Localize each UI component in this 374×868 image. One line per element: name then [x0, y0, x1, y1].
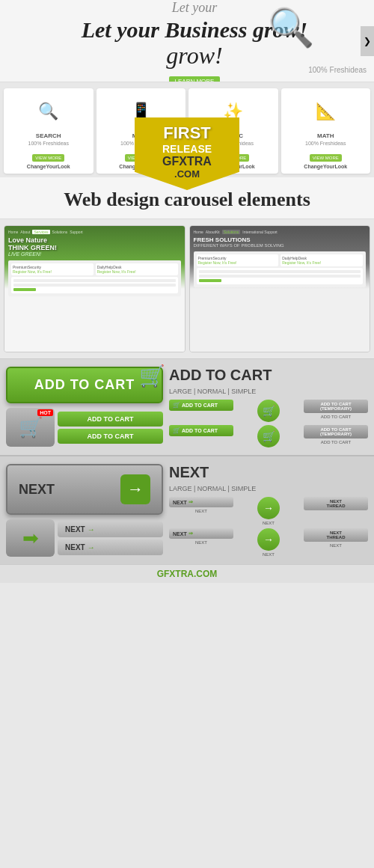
ss-banner-green: Love NatureTHINK GREEN!: [8, 236, 181, 251]
nv-label-4: NEXT: [195, 540, 207, 545]
next-small-button-1[interactable]: NEXT →: [58, 522, 163, 537]
cv-label: ADD TO CART: [321, 415, 351, 419]
add-cart-left: ADD TO CART 🛒 HOT ADD TO CART ADD TO CAR…: [6, 367, 163, 447]
next-thread-button[interactable]: NEXTTHREAD: [304, 497, 368, 510]
ss-col: DailyHelpDeskRegister Now, It's Free!: [96, 263, 178, 275]
card-math: 📐 MATH 100% Freshideas VIEW MORE ChangeY…: [281, 88, 371, 174]
next-variants-grid: NEXT ⇒ NEXT → NEXT NEXTTHREAD NEXT: [169, 497, 368, 557]
cart-variant-3: ADD TO CART(TEMPORARY) ADD TO CART: [304, 400, 368, 422]
cart-variant-btn-1[interactable]: 🛒 ADD TO CART: [169, 400, 233, 411]
next-round-button-2[interactable]: →: [257, 528, 280, 551]
ss-nav-item: Services: [32, 230, 49, 234]
add-to-cart-small-button-2[interactable]: ADD TO CART: [58, 429, 163, 444]
magnify-icon: 🔍: [268, 6, 314, 49]
next-variant-1: NEXT ⇒ NEXT: [169, 497, 233, 525]
ss-nav-item: Solutions: [52, 230, 68, 234]
cart-variant-btn-4[interactable]: 🛒 ADD TO CART: [169, 425, 233, 436]
add-to-cart-label: ADD TO CART: [34, 377, 135, 392]
cart-temp-button[interactable]: ADD TO CART(TEMPORARY): [304, 400, 368, 413]
next-sm-btns: NEXT → NEXT →: [58, 522, 163, 555]
add-to-cart-small-button-1[interactable]: ADD TO CART: [58, 412, 163, 427]
ss-nav-item: Solutions: [222, 230, 241, 234]
main-title: Web design carousel elements: [7, 189, 367, 211]
ss-slogan: LIVE GREEN!: [8, 251, 181, 257]
next-variant-btn-4[interactable]: NEXT ⇒: [169, 528, 233, 539]
cart-variant-5: 🛒: [236, 425, 301, 447]
gfxtra-logo: GFXTRA.COM: [157, 569, 218, 579]
next-size-label: LARGE | NORMAL | SIMPLE: [169, 485, 368, 492]
card-btn[interactable]: VIEW MORE: [32, 154, 64, 162]
next-large-button[interactable]: NEXT →: [6, 464, 163, 515]
ss-form: [11, 277, 178, 293]
cv-label-2: ADD TO CART: [321, 440, 351, 444]
next-variant-6: NEXTTHREAD NEXT: [304, 528, 368, 557]
next-small-button-2[interactable]: NEXT →: [58, 540, 163, 555]
screenshot-green: Home About Services Solutions Support Lo…: [4, 225, 186, 352]
search-icon: 🔍: [7, 93, 91, 130]
next-round-button[interactable]: →: [257, 497, 280, 519]
cart-variants-grid: 🛒 ADD TO CART 🛒 ADD TO CART(TEMPORARY) A…: [169, 400, 368, 447]
ss-col: PremiumSecurityRegister Now, It's Free!: [11, 263, 94, 275]
nv-label-5: NEXT: [263, 552, 275, 557]
ss-col: PremiumSecurityRegister Now, It's Free!: [197, 254, 279, 266]
add-to-cart-large-button[interactable]: ADD TO CART: [6, 367, 163, 403]
cv-btn-label: ADD TO CART: [182, 428, 218, 433]
card-subtitle: 100% Freshideas: [284, 141, 368, 146]
hot-badge: HOT: [37, 409, 53, 416]
cart-temp-button-2[interactable]: ADD TO CART(TEMPORARY): [304, 425, 368, 438]
card-search: 🔍 SEARCH 100% Freshideas VIEW MORE Chang…: [4, 88, 94, 174]
ss-form-dark: [197, 268, 364, 284]
ss-col: DailyHelpDeskRegister Now, It's Free!: [280, 254, 363, 266]
cart-icon-large: 🛒 HOT: [6, 408, 55, 447]
hero-cta[interactable]: LEARN MORE: [169, 76, 221, 82]
next-left: NEXT → ➡ NEXT → NEXT →: [6, 464, 163, 557]
ss-banner-dark: FRESH SOLUTIONS: [194, 236, 367, 243]
next-thread-button-2[interactable]: NEXTTHREAD: [304, 528, 368, 542]
badge-line3: GFXTRA: [144, 155, 230, 168]
card-title: MATH: [284, 132, 368, 139]
card-subtitle: 100% Freshideas: [7, 141, 91, 146]
next-arrow-icon: →: [120, 474, 150, 504]
next-variant-4: NEXT ⇒ NEXT: [169, 528, 233, 557]
next-arrow-hero[interactable]: ❯: [361, 26, 374, 56]
cart-icon-button[interactable]: 🛒: [257, 400, 280, 422]
next-variant-2: → NEXT: [236, 497, 301, 525]
add-to-cart-section: ADD TO CART 🛒 HOT ADD TO CART ADD TO CAR…: [0, 359, 374, 455]
nv-label-2: NEXT: [263, 521, 275, 525]
footer-watermark: GFXTRA.COM: [0, 564, 374, 583]
next-icon-block: ➡: [6, 519, 55, 557]
next-section: NEXT → ➡ NEXT → NEXT →: [0, 455, 374, 564]
nv-label-6: NEXT: [330, 543, 342, 548]
cart-variant-4: 🛒 ADD TO CART: [169, 425, 233, 447]
add-cart-small-row: 🛒 HOT ADD TO CART ADD TO CART: [6, 408, 163, 447]
ss-nav-item: Support: [70, 230, 83, 234]
next-small-row: ➡ NEXT → NEXT →: [6, 519, 163, 557]
ss-slogan-dark: DIFFERENT WAYS OF PROBLEM SOLVING: [194, 243, 367, 248]
cart-variant-6: ADD TO CART(TEMPORARY) ADD TO CART: [304, 425, 368, 447]
add-cart-right: ADD TO CART LARGE | NORMAL | SIMPLE 🛒 AD…: [169, 367, 368, 447]
next-variant-btn-1[interactable]: NEXT ⇒: [169, 497, 233, 507]
badge-line2: RELEASE: [144, 143, 230, 155]
cv-btn-label: ADD TO CART: [182, 403, 218, 408]
ss-nav-item: About: [20, 230, 30, 234]
next-title: NEXT: [169, 464, 368, 481]
cart-icon-button-2[interactable]: 🛒: [257, 425, 280, 447]
hero-freshideas: 100% Freshideas: [308, 66, 367, 74]
badge-line4: .COM: [144, 168, 230, 180]
add-to-cart-title: ADD TO CART: [169, 367, 368, 384]
next-label: NEXT: [19, 482, 55, 498]
badge-line1: FIRST: [144, 123, 230, 143]
next-variant-5: → NEXT: [236, 528, 301, 557]
ss-nav-item: Home: [8, 230, 18, 234]
add-cart-sm-btns: ADD TO CART ADD TO CART: [58, 412, 163, 444]
screenshot-dark: Home AboutKit Solutions International Su…: [189, 225, 371, 352]
next-right: NEXT LARGE | NORMAL | SIMPLE NEXT ⇒ NEXT…: [169, 464, 368, 557]
math-icon: 📐: [284, 93, 368, 130]
card-change: ChangeYourLook: [7, 164, 91, 169]
ss-nav-item: Home: [194, 230, 203, 234]
card-title: SEARCH: [7, 132, 91, 139]
ss-nav-item: International Support: [242, 230, 277, 234]
card-btn[interactable]: VIEW MORE: [310, 154, 342, 162]
cart-variant-1: 🛒 ADD TO CART: [169, 400, 233, 422]
nv-label-1: NEXT: [195, 509, 207, 513]
